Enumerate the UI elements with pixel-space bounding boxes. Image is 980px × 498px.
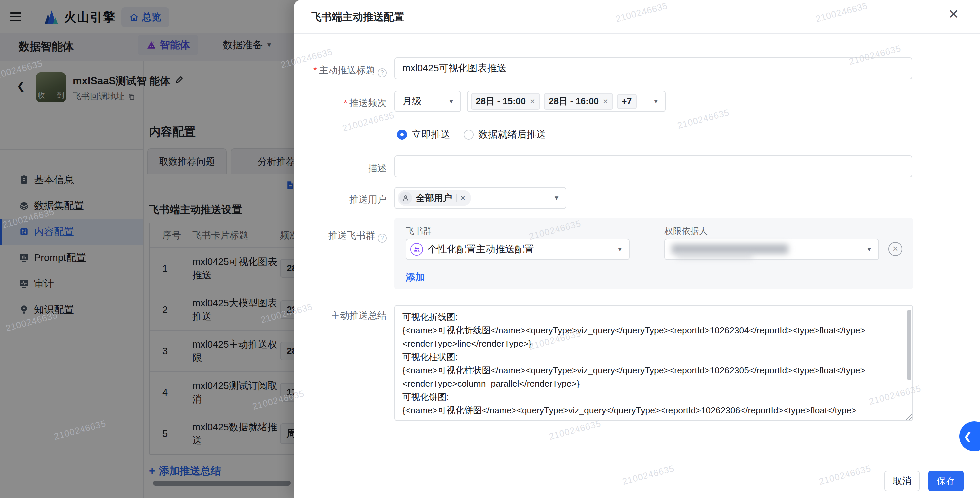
- radio-unselected-icon: [464, 130, 474, 140]
- push-users-select[interactable]: 全部用户 ✕ ▼: [395, 187, 566, 209]
- radio-push-after-ready[interactable]: 数据就绪后推送: [464, 128, 546, 141]
- textarea-scrollbar[interactable]: [907, 310, 912, 380]
- group-column-label: 飞书群: [406, 225, 432, 237]
- chevron-left-icon: ❮: [963, 431, 972, 442]
- feishu-group-panel: 飞书群 个性化配置主动推送配置 ▼ 权限依据人 ▼ ✕ 添加: [395, 218, 913, 290]
- frequency-level-select[interactable]: 月级 ▼: [395, 91, 461, 112]
- frequency-times-multiselect[interactable]: 28日 - 15:00 ✕ 28日 - 16:00 ✕ +7 ▼: [467, 91, 666, 112]
- all-users-tag: 全部用户 ✕: [398, 190, 471, 206]
- required-asterisk: *: [313, 65, 317, 75]
- chevron-down-icon: ▼: [553, 194, 560, 202]
- frequency-label: *推送频次: [294, 97, 387, 109]
- feishu-group-label: 推送飞书群?: [294, 229, 387, 243]
- textarea-resize-handle[interactable]: [906, 414, 912, 420]
- drawer-header-divider: [294, 33, 980, 34]
- feishu-group-select[interactable]: 个性化配置主动推送配置 ▼: [406, 239, 630, 260]
- push-summary-label: 主动推送总结: [294, 309, 387, 322]
- cancel-button[interactable]: 取消: [885, 471, 920, 491]
- push-title-input[interactable]: mxl0425可视化图表推送: [395, 57, 912, 80]
- add-group-link[interactable]: 添加: [406, 270, 425, 284]
- remove-tag-icon[interactable]: ✕: [530, 97, 535, 105]
- radio-push-now[interactable]: 立即推送: [397, 128, 450, 141]
- user-icon: [402, 194, 409, 202]
- help-question-icon[interactable]: ?: [378, 68, 387, 77]
- push-users-label: 推送用户: [294, 193, 387, 206]
- remove-row-icon[interactable]: ✕: [888, 242, 902, 256]
- drawer-footer-divider: [294, 458, 980, 458]
- frequency-time-tag[interactable]: 28日 - 16:00 ✕: [544, 93, 613, 110]
- drawer-title: 飞书端主动推送配置: [311, 10, 404, 24]
- permission-owner-label: 权限依据人: [664, 225, 708, 237]
- close-icon[interactable]: ✕: [948, 7, 959, 21]
- chevron-down-icon: ▼: [617, 246, 623, 253]
- required-asterisk: *: [344, 98, 347, 108]
- push-title-label: *主动推送标题?: [294, 64, 387, 77]
- group-purple-icon: [410, 243, 423, 256]
- screen: 火山引擎 总览 数据智能体 智能体 数据准备 ▼ ❮ 收 到 mxlSaaS测试…: [0, 0, 980, 498]
- description-label: 描述: [294, 162, 387, 175]
- remove-tag-icon[interactable]: ✕: [603, 97, 608, 105]
- remove-tag-icon[interactable]: ✕: [460, 194, 466, 202]
- redacted-value: [672, 244, 788, 254]
- chevron-down-icon: ▼: [448, 98, 454, 105]
- more-times-tag[interactable]: +7: [617, 94, 637, 109]
- help-question-icon[interactable]: ?: [378, 234, 387, 243]
- frequency-time-tag[interactable]: 28日 - 15:00 ✕: [471, 93, 540, 110]
- push-summary-textarea[interactable]: 可视化折线图: {<name>可视化折线图</name><queryType>v…: [395, 305, 913, 421]
- description-input[interactable]: [395, 155, 912, 177]
- push-config-drawer: 飞书端主动推送配置 ✕ *主动推送标题? mxl0425可视化图表推送 *推送频…: [294, 0, 980, 498]
- redacted-value: [676, 253, 753, 259]
- save-button[interactable]: 保存: [928, 471, 964, 491]
- chevron-down-icon: ▼: [866, 246, 872, 253]
- permission-owner-select[interactable]: ▼: [664, 239, 879, 260]
- chevron-down-icon: ▼: [653, 98, 659, 105]
- radio-selected-icon: [397, 130, 407, 140]
